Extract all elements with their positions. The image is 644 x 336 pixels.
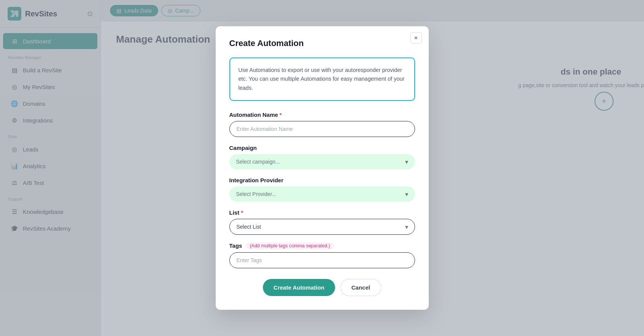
modal-actions: Create Automation Cancel [229,279,415,296]
automation-name-label: Automation Name * [229,111,415,118]
tags-label: Tags [229,242,242,249]
list-select[interactable]: Select List [229,219,415,235]
list-select-wrapper: Select List [229,219,415,235]
provider-select[interactable]: Select Provider... [229,186,415,202]
tags-group: Tags (Add multiple tags comma separated.… [229,242,415,268]
close-icon: × [414,35,418,41]
tags-input[interactable] [229,252,415,268]
modal-overlay: × Create Automation Use Automations to e… [0,0,644,336]
integration-provider-label: Integration Provider [229,177,415,183]
automation-name-group: Automation Name * [229,111,415,137]
required-star: * [280,111,282,118]
cancel-button[interactable]: Cancel [340,279,381,296]
create-automation-button[interactable]: Create Automation [263,279,335,296]
tags-hint: (Add multiple tags comma separated.) [246,242,334,249]
modal-close-button[interactable]: × [410,32,422,44]
create-automation-modal: × Create Automation Use Automations to e… [216,26,429,310]
info-text: Use Automations to export or use with yo… [239,67,405,91]
campaign-select[interactable]: Select campaign... [229,154,415,169]
provider-select-wrapper: Select Provider... [229,186,415,202]
campaign-group: Campaign Select campaign... [229,145,415,169]
info-box: Use Automations to export or use with yo… [229,57,415,101]
automation-name-input[interactable] [229,121,415,137]
campaign-label: Campaign [229,145,415,151]
list-required-star: * [241,209,243,216]
list-label: List * [229,209,415,216]
tags-label-row: Tags (Add multiple tags comma separated.… [229,242,415,249]
modal-title: Create Automation [229,38,415,48]
integration-provider-group: Integration Provider Select Provider... [229,177,415,202]
list-group: List * Select List [229,209,415,235]
campaign-select-wrapper: Select campaign... [229,154,415,169]
